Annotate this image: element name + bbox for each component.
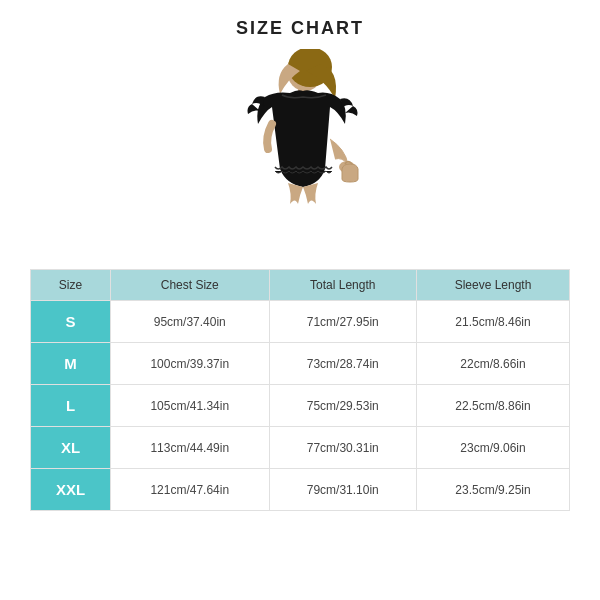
size-chart-table: Size Chest Size Total Length Sleeve Leng… [30,269,570,511]
table-row: XL113cm/44.49in77cm/30.31in23cm/9.06in [31,427,570,469]
length-cell: 75cm/29.53in [269,385,416,427]
table-row: S95cm/37.40in71cm/27.95in21.5cm/8.46in [31,301,570,343]
col-header-length: Total Length [269,270,416,301]
size-cell: M [31,343,111,385]
sleeve-cell: 23cm/9.06in [416,427,569,469]
page-title: SIZE CHART [236,18,364,39]
product-image [200,49,400,259]
table-row: L105cm/41.34in75cm/29.53in22.5cm/8.86in [31,385,570,427]
chest-cell: 121cm/47.64in [111,469,270,511]
size-cell: L [31,385,111,427]
size-cell: XXL [31,469,111,511]
col-header-sleeve: Sleeve Length [416,270,569,301]
col-header-size: Size [31,270,111,301]
sleeve-cell: 22.5cm/8.86in [416,385,569,427]
chest-cell: 100cm/39.37in [111,343,270,385]
table-row: M100cm/39.37in73cm/28.74in22cm/8.66in [31,343,570,385]
chest-cell: 95cm/37.40in [111,301,270,343]
page: SIZE CHART [0,0,600,600]
length-cell: 77cm/30.31in [269,427,416,469]
sleeve-cell: 21.5cm/8.46in [416,301,569,343]
length-cell: 73cm/28.74in [269,343,416,385]
chest-cell: 105cm/41.34in [111,385,270,427]
length-cell: 71cm/27.95in [269,301,416,343]
table-row: XXL121cm/47.64in79cm/31.10in23.5cm/9.25i… [31,469,570,511]
length-cell: 79cm/31.10in [269,469,416,511]
col-header-chest: Chest Size [111,270,270,301]
sleeve-cell: 22cm/8.66in [416,343,569,385]
size-cell: S [31,301,111,343]
size-cell: XL [31,427,111,469]
sleeve-cell: 23.5cm/9.25in [416,469,569,511]
chest-cell: 113cm/44.49in [111,427,270,469]
